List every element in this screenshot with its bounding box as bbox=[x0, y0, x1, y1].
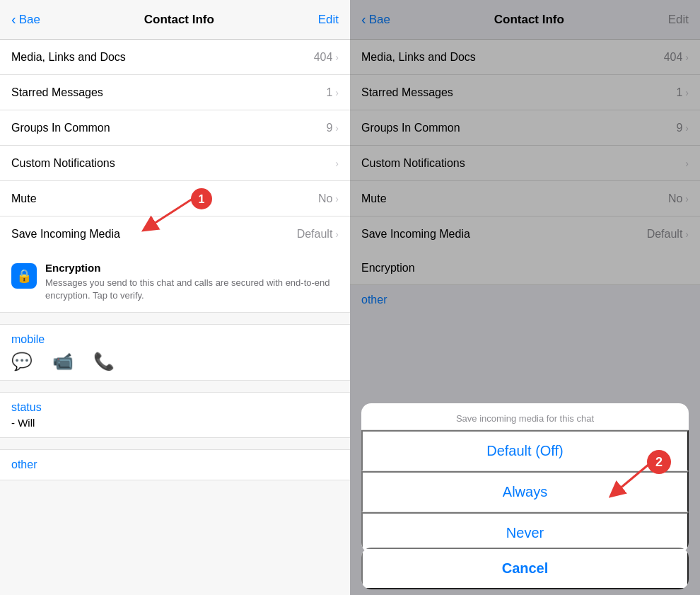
left-encrypt-icon: 🔒 bbox=[11, 263, 37, 289]
action-sheet-title: Save incoming media for this chat bbox=[361, 403, 689, 430]
left-row-notifications-right: › bbox=[335, 158, 339, 169]
left-status-value: - Will bbox=[11, 417, 339, 429]
left-row-mute-label: Mute bbox=[11, 192, 37, 205]
lock-icon: 🔒 bbox=[16, 268, 32, 284]
left-row-save-media-label: Save Incoming Media bbox=[11, 228, 120, 241]
left-row-notifications[interactable]: Custom Notifications › bbox=[0, 146, 350, 181]
left-status-label: status bbox=[11, 401, 339, 414]
left-edit-button[interactable]: Edit bbox=[318, 13, 339, 27]
left-contact-section: mobile 💬 📹 📞 bbox=[0, 324, 350, 381]
left-row-starred[interactable]: Starred Messages 1 › bbox=[0, 75, 350, 110]
left-panel: ‹ Bae Contact Info Edit Media, Links and… bbox=[0, 0, 350, 595]
left-other-label: other bbox=[11, 458, 37, 470]
left-header: ‹ Bae Contact Info Edit bbox=[0, 0, 350, 40]
left-arrow-1-svg: 1 bbox=[127, 188, 269, 245]
left-row-media-value: 404 bbox=[314, 51, 333, 64]
phone-icon[interactable]: 📞 bbox=[93, 352, 115, 371]
message-icon[interactable]: 💬 bbox=[11, 352, 33, 371]
left-other-section: other bbox=[0, 449, 350, 480]
left-row-media-right: 404 › bbox=[314, 51, 339, 64]
left-contact-icons: 💬 📹 📞 bbox=[11, 352, 339, 371]
left-row-media[interactable]: Media, Links and Docs 404 › bbox=[0, 40, 350, 75]
action-default-off-button[interactable]: Default (Off) bbox=[361, 430, 689, 471]
left-row-groups-value: 9 bbox=[326, 122, 332, 134]
left-row-groups-label: Groups In Common bbox=[11, 122, 110, 134]
action-always-button[interactable]: Always bbox=[361, 471, 689, 512]
left-row-notifications-label: Custom Notifications bbox=[11, 157, 115, 170]
left-row-starred-right: 1 › bbox=[326, 86, 339, 99]
left-contact-label: mobile bbox=[11, 333, 339, 346]
cancel-button[interactable]: Cancel bbox=[361, 548, 689, 589]
left-row-mute-value: No bbox=[318, 192, 332, 205]
left-encrypt-title: Encryption bbox=[45, 262, 339, 274]
left-row-starred-value: 1 bbox=[326, 86, 332, 99]
left-header-title: Contact Info bbox=[144, 13, 214, 27]
right-panel: ‹ Bae Contact Info Edit Media, Links and… bbox=[350, 0, 700, 595]
action-sheet: Save incoming media for this chat Defaul… bbox=[361, 403, 689, 553]
left-row-mute-chevron-icon: › bbox=[335, 193, 339, 204]
left-row-groups-chevron-icon: › bbox=[335, 122, 339, 134]
left-back-label[interactable]: Bae bbox=[19, 13, 40, 27]
video-call-icon[interactable]: 📹 bbox=[52, 352, 74, 371]
left-row-starred-label: Starred Messages bbox=[11, 86, 103, 99]
left-row-save-media-chevron-icon: › bbox=[335, 229, 339, 240]
left-back-button[interactable]: ‹ Bae bbox=[11, 11, 40, 28]
left-encryption-section[interactable]: 🔒 Encryption Messages you send to this c… bbox=[0, 252, 350, 313]
svg-line-0 bbox=[148, 195, 198, 227]
left-row-save-media-value: Default bbox=[297, 228, 333, 241]
left-back-chevron-icon: ‹ bbox=[11, 11, 16, 28]
left-row-notifications-chevron-icon: › bbox=[335, 158, 339, 169]
left-encrypt-body: Messages you send to this chat and calls… bbox=[45, 277, 339, 302]
cancel-sheet: Cancel bbox=[361, 548, 689, 589]
left-status-section: status - Will bbox=[0, 392, 350, 438]
left-row-groups-right: 9 › bbox=[326, 122, 339, 134]
action-never-button[interactable]: Never bbox=[361, 512, 689, 553]
svg-text:1: 1 bbox=[199, 193, 205, 205]
left-row-starred-chevron-icon: › bbox=[335, 87, 339, 98]
left-row-media-chevron-icon: › bbox=[335, 52, 339, 63]
left-row-media-label: Media, Links and Docs bbox=[11, 51, 126, 64]
left-row-save-media-right: Default › bbox=[297, 228, 339, 241]
left-row-groups[interactable]: Groups In Common 9 › bbox=[0, 110, 350, 146]
left-encrypt-text: Encryption Messages you send to this cha… bbox=[45, 262, 339, 302]
left-row-mute-right: No › bbox=[318, 192, 339, 205]
